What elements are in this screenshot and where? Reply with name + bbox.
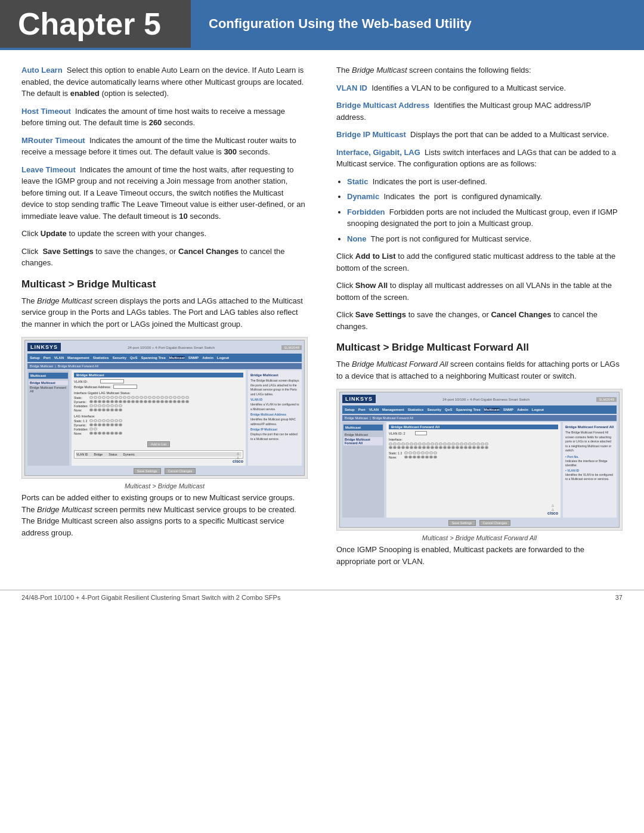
main-content: Auto Learn Select this option to enable …: [0, 50, 644, 585]
ss2-cancel-button[interactable]: Cancel Changes: [479, 520, 511, 526]
d7: [114, 400, 118, 403]
d21: [173, 400, 177, 403]
d16: [152, 400, 156, 403]
ss1-subnav: Bridge Multicast | Bridge Multicast Forw…: [30, 364, 98, 368]
nav-management[interactable]: Management: [67, 356, 89, 360]
ss2-panel-b1-text: Indicates the interface or Bridge identi…: [565, 459, 608, 467]
ss2-vlan-input[interactable]: [415, 431, 427, 435]
d24: [185, 400, 189, 403]
ss2-nav-security[interactable]: Security: [427, 408, 441, 411]
nav-port[interactable]: Port: [44, 356, 51, 360]
ss2-lag-row1-circles: [404, 451, 437, 455]
ss2-sidebar: Multicast Bridge Multicast Bridge Multic…: [342, 422, 384, 518]
ss1-lag-forbidden-circles: [89, 428, 97, 431]
footer-right: 37: [615, 594, 623, 601]
vlan-id-para: VLAN ID Identifies a VLAN to be configur…: [336, 82, 623, 94]
c20: [169, 396, 172, 399]
ss2-save-button[interactable]: Save Settings: [448, 520, 476, 526]
n1: [89, 408, 93, 411]
ss1-lag-none-circles: [89, 432, 122, 435]
ss1-th-bridge: Bridge: [91, 453, 103, 456]
bridge-multicast-addr-para: Bridge Multicast Address Identifies the …: [336, 100, 623, 123]
ss2-nav-spanning[interactable]: Spanning Tree: [456, 408, 480, 411]
nav-spanning[interactable]: Spanning Tree: [141, 356, 165, 360]
bridge-multicast-intro: The Bridge Multicast screen displays the…: [21, 295, 308, 330]
right-column: The Bridge Multicast screen contains the…: [322, 64, 623, 573]
ss2-device-label: 24-port 10/100 + 4-Port Gigabit Business…: [442, 398, 530, 401]
none-term: None: [347, 234, 367, 243]
ss2-port-row2: [389, 446, 520, 449]
c3: [98, 396, 101, 399]
mrouter-timeout-para: MRouter Timeout Indicates the amount of …: [21, 135, 308, 158]
ss1-sidebar-item2[interactable]: Bridge Multicast Forward All: [29, 385, 68, 394]
c7: [114, 396, 118, 399]
ss1-section-title: Bridge Multicast: [74, 373, 243, 377]
ss2-nav-vlan[interactable]: VLAN: [369, 408, 379, 411]
c8: [119, 396, 122, 399]
ss2-button-bar: Save Settings Cancel Changes: [342, 520, 617, 526]
ss1-model: SLM2048: [281, 345, 302, 350]
ss1-none-label: None:: [74, 408, 89, 412]
ss2-nav-logout[interactable]: Logout: [532, 408, 544, 411]
none-item: None The port is not configured for Mult…: [347, 233, 623, 245]
ss2-nav-snmp[interactable]: SNMP: [503, 408, 513, 411]
nav-security[interactable]: Security: [112, 356, 126, 360]
ss1-interface-section: Interface Gigabit LAG Multicast Status: …: [74, 391, 243, 412]
ss2-nav-multicast[interactable]: Multicast: [484, 408, 500, 411]
bridge-multicast-forward-all-heading: Multicast > Bridge Multicast Forward All: [336, 342, 623, 354]
nav-multicast[interactable]: Multicast: [169, 356, 185, 360]
ss2-nav-management[interactable]: Management: [382, 408, 404, 411]
ss1-vlan-input[interactable]: [100, 379, 124, 383]
ss2-section-title: Bridge Multicast Forward All: [389, 425, 558, 429]
mrouter-timeout-term: MRouter Timeout: [21, 136, 85, 145]
click-save-para: Click Save Settings to save the changes,…: [21, 246, 308, 269]
page-footer: 24/48-Port 10/100 + 4-Port Gigabit Resil…: [0, 590, 644, 605]
d9: [123, 400, 126, 403]
ss2-nav-setup[interactable]: Setup: [345, 408, 355, 411]
screenshot2-inner: LINKSYS 24-port 10/100 + 4-Port Gigabit …: [339, 392, 620, 528]
nav-admin[interactable]: Admin: [202, 356, 213, 360]
ss2-sidebar-item1[interactable]: Bridge Multicast: [343, 432, 383, 437]
ss1-add-to-list-button[interactable]: Add to List: [147, 441, 170, 447]
ss1-addr-input[interactable]: [113, 385, 137, 389]
nav-snmp[interactable]: SNMP: [188, 356, 199, 360]
ss2-panel-b1-term: • Port No.: [565, 455, 579, 459]
ss1-add-btn-container: Add to List: [74, 438, 243, 447]
after-screenshot2-para: Once IGMP Snooping is enabled, Multicast…: [336, 544, 623, 567]
ss2-port-row1: [389, 442, 520, 445]
d5: [106, 400, 110, 403]
leave-timeout-term: Leave Timeout: [21, 165, 76, 174]
nav-vlan[interactable]: VLAN: [54, 356, 64, 360]
right-intro-para: The Bridge Multicast screen contains the…: [336, 64, 623, 76]
nav-qos[interactable]: QoS: [130, 356, 137, 360]
d18: [160, 400, 164, 403]
dynamic-term: Dynamic: [347, 192, 379, 201]
ss1-panel-ip-desc: Displays the port that can be added to a…: [250, 432, 299, 441]
ss2-nav-qos[interactable]: QoS: [445, 408, 452, 411]
ss2-sidebar-item2[interactable]: Bridge Multicast Forward All: [343, 437, 383, 445]
ss1-lag-static-row: Static: 1 2: [74, 419, 243, 423]
c19: [165, 396, 168, 399]
ss2-navbar: Setup Port VLAN Management Statistics Se…: [342, 405, 617, 414]
n2: [94, 408, 97, 411]
ss1-cancel-button[interactable]: Cancel Changes: [165, 468, 196, 474]
ss2-nav-port[interactable]: Port: [358, 408, 366, 411]
c2: [94, 396, 97, 399]
nav-setup[interactable]: Setup: [30, 356, 40, 360]
ss2-nav-admin[interactable]: Admin: [517, 408, 528, 411]
c9: [123, 396, 126, 399]
ss2-interface-section: Interface:: [389, 438, 558, 449]
c17: [156, 396, 160, 399]
nav-logout[interactable]: Logout: [217, 356, 229, 360]
ss2-lag-row1: Static: 1 2: [389, 451, 558, 455]
ss1-lag-forbidden-row: Forbidden:: [74, 428, 243, 431]
d2: [94, 400, 97, 403]
nav-statistics[interactable]: Statistics: [93, 356, 109, 360]
ss2-subnav: Bridge Multicast | Bridge Multicast Forw…: [345, 416, 413, 420]
screenshot1-container: LINKSYS 24-port 10/100 + 4-Port Gigabit …: [21, 337, 308, 479]
ss2-panel-b2-text: Identifies the VLAN to be configured to …: [565, 473, 613, 481]
ss2-nav-statistics[interactable]: Statistics: [408, 408, 424, 411]
c11: [131, 396, 135, 399]
ss1-sidebar-item1[interactable]: Bridge Multicast: [29, 380, 68, 385]
ss1-save-button[interactable]: Save Settings: [134, 468, 161, 474]
